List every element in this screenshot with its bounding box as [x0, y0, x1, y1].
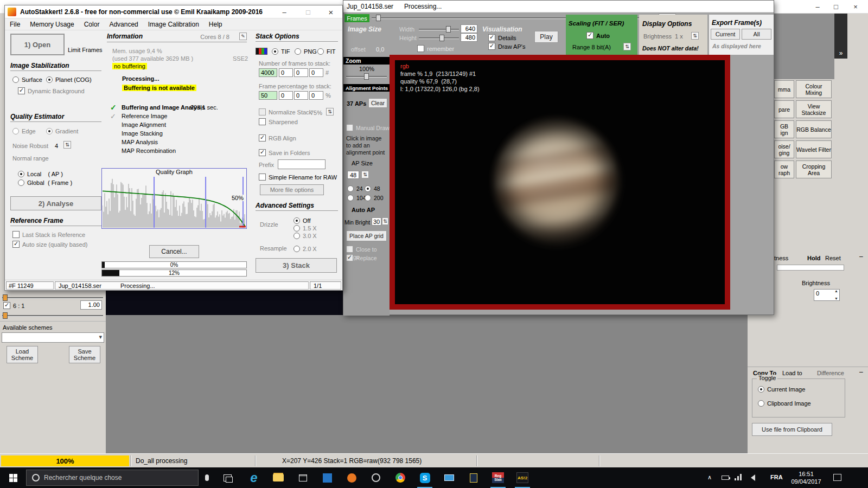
simple-filename-checkbox[interactable] — [259, 174, 266, 181]
remember-checkbox-row[interactable]: remember — [417, 45, 454, 53]
tray-chevron-icon[interactable]: ∧ — [707, 474, 712, 481]
prefix-field[interactable] — [278, 159, 326, 169]
sharpness-slider[interactable] — [777, 265, 844, 271]
drizzle-15-radio-row[interactable]: 1.5 X — [293, 224, 317, 232]
skype-icon[interactable]: S — [413, 467, 437, 488]
draw-aps-checkbox-row[interactable]: Draw AP's — [488, 43, 525, 50]
drizzle-off-radio-row[interactable]: Off — [293, 217, 310, 224]
draw-aps-checkbox[interactable] — [488, 43, 495, 50]
zoom-slider[interactable] — [346, 73, 387, 80]
load-to-menu[interactable]: Load to — [782, 370, 802, 376]
ap-size-field[interactable]: 48 — [347, 171, 359, 179]
volume-icon[interactable] — [748, 474, 755, 481]
last-stack-checkbox-row[interactable]: Last Stack is Reference — [12, 231, 85, 239]
manual-draw-checkbox[interactable] — [346, 124, 353, 131]
search-box[interactable]: Rechercher quelque chose — [26, 470, 199, 486]
function-button-partial-compare[interactable]: pare — [774, 100, 794, 118]
auto-scaling-checkbox-row[interactable]: Auto — [586, 32, 610, 40]
planet-radio-row[interactable]: Planet (COG) — [46, 76, 92, 84]
rgb-align-checkbox-row[interactable]: RGB Align — [259, 134, 296, 142]
cancel-button[interactable]: Cancel... — [149, 245, 199, 258]
wavelet-filter-button[interactable]: Wavelet Filter — [796, 140, 832, 158]
ap-size-104-radio[interactable] — [347, 195, 354, 201]
settings-icon[interactable] — [364, 467, 388, 488]
dropdown-arrow-icon[interactable]: ▾ — [99, 333, 102, 341]
surface-radio[interactable] — [12, 76, 19, 83]
drizzle-30-radio-row[interactable]: 3.0 X — [293, 232, 317, 240]
planet-radio[interactable] — [46, 76, 53, 83]
collapsed-toolbar-strip[interactable]: » — [834, 14, 847, 59]
function-button-partial-rgb-align[interactable]: GB ign — [774, 120, 794, 138]
tif-radio[interactable] — [272, 48, 278, 55]
chrome-icon[interactable] — [388, 467, 412, 488]
action-center-icon[interactable] — [833, 474, 841, 481]
last-stack-checkbox[interactable] — [12, 231, 20, 238]
export-all-button[interactable]: All — [742, 29, 771, 40]
height-slider[interactable] — [419, 35, 459, 41]
menu-color[interactable]: Color — [79, 20, 105, 29]
file-explorer-icon[interactable] — [266, 467, 290, 488]
calculator-icon[interactable] — [462, 467, 486, 488]
replace-checkbox[interactable] — [346, 254, 353, 261]
frames-count-field-1[interactable]: 4000 — [259, 68, 277, 77]
width-slider[interactable] — [419, 26, 459, 33]
noise-robust-spinner-icon[interactable]: ⇅ — [63, 141, 71, 149]
start-button[interactable] — [0, 467, 26, 488]
wavelet-value-field[interactable]: 1.00 — [80, 300, 102, 310]
save-in-folders-checkbox-row[interactable]: Save in Folders — [259, 149, 310, 157]
normalize-stack-checkbox-row[interactable]: Normalize Stack — [259, 108, 312, 116]
gradient-radio-row[interactable]: Gradient — [46, 127, 78, 135]
registax-close-button[interactable]: × — [846, 1, 865, 12]
global-frame-radio-row[interactable]: Global ( Frame ) — [18, 179, 72, 187]
section-minimize-icon[interactable]: – — [859, 368, 863, 376]
image-display-area[interactable]: rgb frame % 1,9 (213/11249) #1 quality %… — [390, 55, 730, 310]
reset-button[interactable]: Reset — [825, 255, 841, 261]
frames-count-field-4[interactable]: 0 — [309, 68, 323, 77]
resample-20-radio-row[interactable]: 2.0 X — [293, 245, 317, 253]
edge-radio-row[interactable]: Edge — [12, 127, 36, 135]
battery-icon[interactable] — [722, 476, 729, 480]
manual-draw-checkbox-row[interactable]: Manual Draw — [346, 124, 390, 132]
current-image-radio-row[interactable]: Current Image — [758, 386, 805, 393]
expand-chevron-icon[interactable]: » — [839, 49, 843, 57]
menu-memory-usage[interactable]: Memory Usage — [25, 20, 79, 29]
frames-count-field-2[interactable]: 0 — [279, 68, 293, 77]
language-indicator[interactable]: FRA — [770, 474, 783, 480]
sharpened-checkbox[interactable] — [259, 118, 266, 125]
colour-mixing-button[interactable]: Colour Mixing — [796, 80, 832, 98]
main-minimize-button[interactable]: – — [275, 6, 293, 18]
autostakkert-taskbar-icon[interactable]: AS!2 — [510, 467, 534, 488]
place-ap-grid-button[interactable]: Place AP grid — [346, 230, 387, 241]
clipboard-image-radio[interactable] — [758, 400, 764, 407]
main-maximize-button[interactable]: □ — [299, 6, 317, 18]
function-button-partial-gamma[interactable]: mma — [774, 80, 794, 98]
menu-image-calibration[interactable]: Image Calibration — [143, 20, 204, 29]
open-button[interactable]: 1) Open — [10, 34, 65, 55]
media-player-icon[interactable] — [340, 467, 363, 488]
auto-scaling-checkbox[interactable] — [586, 32, 593, 39]
save-in-folders-checkbox[interactable] — [259, 149, 266, 156]
drizzle-15-radio[interactable] — [293, 225, 300, 232]
mail-icon[interactable] — [437, 467, 461, 488]
network-icon[interactable] — [735, 474, 742, 480]
ap-size-200-radio[interactable] — [365, 195, 371, 201]
min-bright-field[interactable]: 30 — [372, 217, 381, 226]
clipboard-image-radio-row[interactable]: Clipboard Image — [758, 400, 811, 407]
play-button[interactable]: Play — [534, 31, 558, 43]
remember-checkbox[interactable] — [417, 45, 424, 52]
clock[interactable]: 16:51 09/04/2017 — [786, 470, 827, 485]
details-checkbox-row[interactable]: Details — [488, 34, 516, 42]
main-close-button[interactable]: × — [322, 6, 340, 18]
sharpened-checkbox-row[interactable]: Sharpened — [259, 118, 298, 126]
frames-count-field-3[interactable]: 0 — [294, 68, 308, 77]
ap-size-104-radio-row[interactable]: 104 — [347, 194, 366, 202]
task-view-button[interactable] — [217, 467, 238, 488]
view-stacksize-button[interactable]: View Stacksize — [796, 100, 832, 118]
fit-radio-row[interactable]: FIT — [317, 48, 336, 55]
auto-size-checkbox-row[interactable]: Auto size (quality based) — [12, 241, 87, 248]
ap-size-24-radio[interactable] — [347, 185, 354, 192]
local-ap-radio[interactable] — [18, 171, 24, 177]
function-button-partial-graph[interactable]: ow raph — [774, 160, 794, 178]
main-window-titlebar[interactable]: AutoStakkert! 2.6.8 - free for non-comme… — [5, 5, 342, 18]
tif-radio-row[interactable]: TIF — [272, 48, 290, 55]
